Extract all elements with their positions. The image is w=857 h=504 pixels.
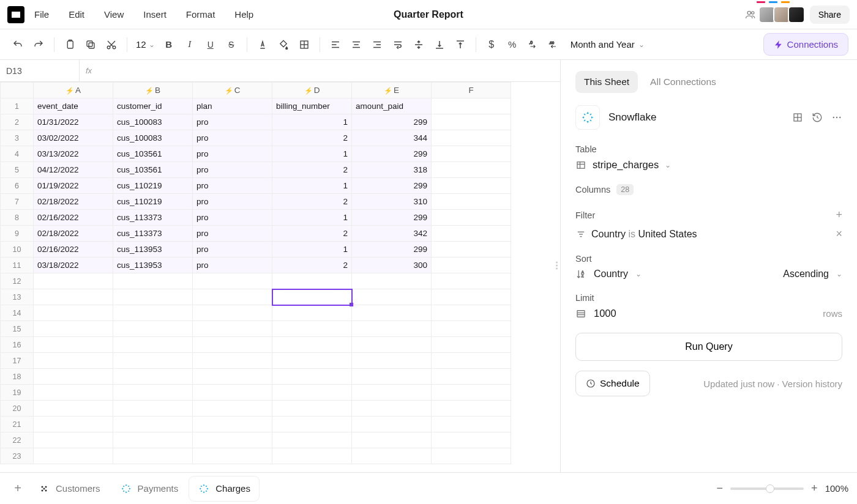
- data-cell[interactable]: 2: [272, 194, 352, 210]
- empty-cell[interactable]: [193, 432, 272, 448]
- data-cell[interactable]: [432, 178, 511, 194]
- italic-button[interactable]: I: [181, 35, 199, 54]
- header-cell[interactable]: [432, 98, 511, 114]
- row-number[interactable]: 1: [1, 98, 34, 114]
- empty-cell[interactable]: [352, 273, 432, 289]
- row-number[interactable]: 14: [1, 305, 34, 321]
- data-cell[interactable]: 1: [272, 178, 352, 194]
- empty-cell[interactable]: [193, 448, 272, 464]
- empty-cell[interactable]: [34, 385, 113, 401]
- empty-cell[interactable]: [272, 369, 352, 385]
- empty-cell[interactable]: [113, 417, 193, 432]
- row-number[interactable]: 9: [1, 226, 34, 242]
- sheet-tab-customers[interactable]: Customers: [29, 476, 109, 501]
- more-icon[interactable]: [831, 112, 842, 123]
- data-cell[interactable]: 1: [272, 146, 352, 162]
- valign-bottom-button[interactable]: [430, 35, 449, 54]
- date-format-select[interactable]: Month and Year⌄: [566, 39, 649, 50]
- row-number[interactable]: 23: [1, 448, 34, 464]
- empty-cell[interactable]: [193, 273, 272, 289]
- empty-cell[interactable]: [113, 401, 193, 417]
- data-cell[interactable]: pro: [193, 194, 272, 210]
- row-number[interactable]: 3: [1, 130, 34, 146]
- empty-cell[interactable]: [432, 401, 511, 417]
- menu-format[interactable]: Format: [186, 9, 215, 20]
- empty-cell[interactable]: [34, 337, 113, 353]
- updated-text[interactable]: Updated just now · Version history: [703, 379, 842, 389]
- column-header-E[interactable]: ⚡E: [352, 83, 432, 98]
- data-cell[interactable]: 2: [272, 162, 352, 178]
- empty-cell[interactable]: [432, 353, 511, 369]
- avatar[interactable]: [788, 6, 805, 23]
- font-size-select[interactable]: 12⌄: [133, 39, 157, 50]
- data-cell[interactable]: [432, 226, 511, 242]
- data-cell[interactable]: [432, 146, 511, 162]
- data-cell[interactable]: 2: [272, 258, 352, 273]
- empty-cell[interactable]: [34, 432, 113, 448]
- align-left-button[interactable]: [326, 35, 345, 54]
- column-header-B[interactable]: ⚡B: [113, 83, 193, 98]
- zoom-slider[interactable]: [730, 487, 804, 490]
- empty-cell[interactable]: [272, 305, 352, 321]
- empty-cell[interactable]: [34, 401, 113, 417]
- empty-cell[interactable]: [113, 289, 193, 305]
- underline-button[interactable]: U: [201, 35, 220, 54]
- column-header-D[interactable]: ⚡D: [272, 83, 352, 98]
- data-cell[interactable]: cus_100083: [113, 130, 193, 146]
- empty-cell[interactable]: [113, 305, 193, 321]
- data-cell[interactable]: 1: [272, 210, 352, 226]
- data-cell[interactable]: 02/16/2022: [34, 210, 113, 226]
- connections-button[interactable]: Connections: [763, 33, 848, 56]
- data-cell[interactable]: 01/31/2022: [34, 114, 113, 130]
- empty-cell[interactable]: [432, 337, 511, 353]
- empty-cell[interactable]: [432, 385, 511, 401]
- empty-cell[interactable]: [34, 417, 113, 432]
- redo-button[interactable]: [29, 35, 48, 54]
- empty-cell[interactable]: [193, 321, 272, 337]
- empty-cell[interactable]: [113, 273, 193, 289]
- data-cell[interactable]: pro: [193, 130, 272, 146]
- copy-button[interactable]: [81, 35, 100, 54]
- data-cell[interactable]: 299: [352, 210, 432, 226]
- empty-cell[interactable]: [34, 448, 113, 464]
- zoom-in-button[interactable]: +: [811, 482, 818, 495]
- sheet-tab-charges[interactable]: Charges: [189, 476, 259, 501]
- empty-cell[interactable]: [352, 369, 432, 385]
- data-cell[interactable]: [432, 130, 511, 146]
- empty-cell[interactable]: [113, 337, 193, 353]
- data-cell[interactable]: 01/19/2022: [34, 178, 113, 194]
- empty-cell[interactable]: [34, 305, 113, 321]
- data-cell[interactable]: 2: [272, 226, 352, 242]
- data-cell[interactable]: cus_100083: [113, 114, 193, 130]
- empty-cell[interactable]: [113, 385, 193, 401]
- column-header-F[interactable]: F: [432, 83, 511, 98]
- data-cell[interactable]: pro: [193, 226, 272, 242]
- row-number[interactable]: 18: [1, 369, 34, 385]
- table-select[interactable]: stripe_charges ⌄: [575, 159, 842, 171]
- empty-cell[interactable]: [193, 417, 272, 432]
- history-icon[interactable]: [812, 112, 823, 123]
- data-cell[interactable]: 299: [352, 242, 432, 258]
- empty-cell[interactable]: [193, 353, 272, 369]
- row-number[interactable]: 2: [1, 114, 34, 130]
- data-cell[interactable]: 03/18/2022: [34, 258, 113, 273]
- row-number[interactable]: 8: [1, 210, 34, 226]
- data-cell[interactable]: cus_103561: [113, 146, 193, 162]
- align-center-button[interactable]: [347, 35, 365, 54]
- data-cell[interactable]: pro: [193, 210, 272, 226]
- empty-cell[interactable]: [34, 369, 113, 385]
- empty-cell[interactable]: [272, 289, 352, 305]
- empty-cell[interactable]: [193, 385, 272, 401]
- empty-cell[interactable]: [272, 321, 352, 337]
- row-number[interactable]: 19: [1, 385, 34, 401]
- empty-cell[interactable]: [113, 321, 193, 337]
- bold-button[interactable]: B: [160, 35, 178, 54]
- spreadsheet-grid[interactable]: ⚡A⚡B⚡C⚡D⚡EF1event_datecustomer_idplanbil…: [0, 82, 560, 472]
- header-cell[interactable]: amount_paid: [352, 98, 432, 114]
- row-number[interactable]: 17: [1, 353, 34, 369]
- data-cell[interactable]: cus_113373: [113, 226, 193, 242]
- data-cell[interactable]: cus_113373: [113, 210, 193, 226]
- strikethrough-button[interactable]: S: [222, 35, 241, 54]
- data-cell[interactable]: 2: [272, 130, 352, 146]
- empty-cell[interactable]: [113, 369, 193, 385]
